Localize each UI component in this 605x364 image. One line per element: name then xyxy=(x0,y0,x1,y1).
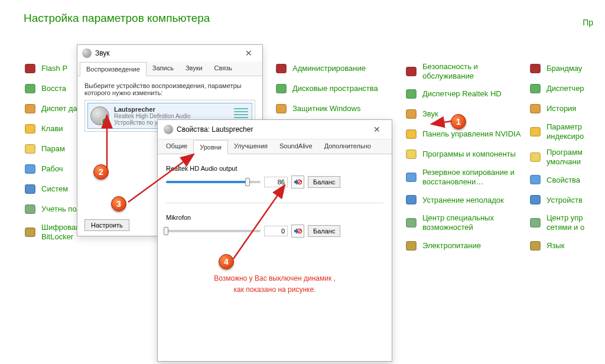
svg-rect-3 xyxy=(25,125,35,134)
svg-rect-14 xyxy=(406,110,417,119)
props-tab-3[interactable]: SoundAlive xyxy=(274,139,318,154)
cp-item-label: История xyxy=(547,104,576,113)
cp-item-icon xyxy=(529,102,542,115)
cp-item-электропитание[interactable]: Электропитание xyxy=(405,239,529,252)
cp-item-администрирование[interactable]: Администрирование xyxy=(275,62,405,75)
props-tab-1[interactable]: Уровни xyxy=(193,140,228,154)
sound-tab-2[interactable]: Звуки xyxy=(180,61,209,76)
annotation-badge-4: 4 xyxy=(219,254,234,269)
device-name: Lautsprecher xyxy=(114,106,191,113)
svg-rect-29 xyxy=(531,241,541,250)
svg-rect-11 xyxy=(277,105,287,113)
cp-item-безопасность-и-обслу[interactable]: Безопасность и обслуживание xyxy=(405,62,529,80)
cp-item-история[interactable]: История xyxy=(529,102,600,115)
cp-item-центр-упр-сетями-и-о[interactable]: Центр упр сетями и о xyxy=(529,213,600,232)
cp-item-icon xyxy=(529,82,542,95)
cp-item-свойства[interactable]: Свойства xyxy=(529,173,600,186)
cp-item-icon xyxy=(529,151,542,164)
cp-item-параметр-индексиро[interactable]: Параметр индексиро xyxy=(529,122,600,141)
cp-item-резервное-копировани[interactable]: Резервное копирование и восстановлени… xyxy=(405,168,529,186)
cp-item-icon xyxy=(275,102,288,115)
cp-item-icon xyxy=(24,122,37,135)
cp-item-диспетчер[interactable]: Диспетчер xyxy=(529,82,600,95)
output-balance-button[interactable]: Баланс xyxy=(308,176,340,188)
cp-item-icon xyxy=(405,216,418,229)
cp-item-label: Администрирование xyxy=(292,64,366,73)
mic-balance-button[interactable]: Баланс xyxy=(308,225,340,237)
check-icon: ✓ xyxy=(102,118,110,126)
sound-dialog-titlebar[interactable]: Звук ✕ xyxy=(77,45,262,61)
cp-item-icon xyxy=(275,82,288,95)
svg-rect-24 xyxy=(531,127,541,136)
header-right-text[interactable]: Пр xyxy=(583,18,593,27)
cp-item-label: Парам xyxy=(41,144,65,154)
cp-item-icon xyxy=(24,162,37,176)
annotation-badge-1: 1 xyxy=(451,114,466,129)
cp-item-icon xyxy=(24,142,37,155)
cp-item-icon xyxy=(24,203,37,216)
speaker-muted-icon xyxy=(293,177,302,187)
props-tab-4[interactable]: Дополнительно xyxy=(318,139,377,154)
cp-item-язык[interactable]: Язык xyxy=(529,239,600,252)
mic-slider[interactable] xyxy=(166,230,261,232)
cp-item-icon xyxy=(24,62,37,75)
cp-item-программ-умолчани[interactable]: Программ умолчани xyxy=(529,148,600,166)
cp-item-защитник-windows[interactable]: Защитник Windows xyxy=(275,102,405,115)
svg-rect-4 xyxy=(25,145,35,154)
mic-value[interactable]: 0 xyxy=(264,226,288,236)
cp-item-устранение-неполадок[interactable]: Устранение неполадок xyxy=(405,193,529,206)
props-tab-0[interactable]: Общие xyxy=(160,139,193,154)
cp-item-центр-специальных-во[interactable]: Центр специальных возможностей xyxy=(405,213,529,232)
cp-item-label: Восста xyxy=(41,84,66,93)
cp-item-icon xyxy=(275,62,288,75)
configure-button[interactable]: Настроить xyxy=(84,219,129,231)
svg-rect-7 xyxy=(25,205,35,214)
cp-item-label: Flash P xyxy=(41,64,67,73)
device-speaker-icon: ✓ xyxy=(90,106,109,125)
sound-tabs: ВоспроизведениеЗаписьЗвукиСвязь xyxy=(77,61,262,76)
cp-item-icon xyxy=(405,65,418,78)
svg-rect-0 xyxy=(25,64,35,73)
cp-item-дисковые-пространств[interactable]: Дисковые пространства xyxy=(275,82,405,95)
svg-rect-5 xyxy=(25,165,35,174)
cp-item-label: Резервное копирование и восстановлени… xyxy=(422,168,529,186)
cp-item-звук[interactable]: Звук xyxy=(405,108,529,121)
properties-tabs: ОбщиеУровниУлучшенияSoundAliveДополнител… xyxy=(158,139,392,154)
speaker-icon xyxy=(82,48,92,58)
close-icon[interactable]: ✕ xyxy=(368,125,386,134)
mic-label: Mikrofon xyxy=(166,214,383,221)
svg-rect-21 xyxy=(531,64,541,73)
svg-rect-13 xyxy=(406,90,417,99)
cp-item-label: Программ умолчани xyxy=(547,148,600,166)
mic-mute-button[interactable] xyxy=(291,225,304,238)
svg-rect-2 xyxy=(25,105,35,113)
output-value[interactable]: 86 xyxy=(264,177,288,187)
cp-item-icon xyxy=(405,171,418,184)
cp-item-icon xyxy=(405,193,418,206)
cp-item-панель-управления-nv[interactable]: Панель управления NVIDIA xyxy=(405,128,529,141)
cp-item-label: Электропитание xyxy=(422,241,481,251)
sound-tab-0[interactable]: Воспроизведение xyxy=(80,62,147,76)
sound-tab-3[interactable]: Связь xyxy=(209,61,238,76)
close-icon[interactable]: ✕ xyxy=(240,48,258,58)
output-mute-button[interactable] xyxy=(291,176,304,188)
properties-title: Свойства: Lautsprecher xyxy=(177,125,253,134)
properties-titlebar[interactable]: Свойства: Lautsprecher ✕ xyxy=(158,120,392,139)
svg-rect-22 xyxy=(531,84,541,93)
output-label: Realtek HD Audio output xyxy=(166,165,383,172)
cp-item-диспетчер-realtek-hd[interactable]: Диспетчер Realtek HD xyxy=(405,87,529,100)
props-tab-2[interactable]: Улучшения xyxy=(228,139,274,154)
sound-tab-1[interactable]: Запись xyxy=(147,61,180,76)
svg-rect-26 xyxy=(531,176,541,184)
svg-line-33 xyxy=(298,230,301,233)
cp-item-label: Центр упр сетями и о xyxy=(547,213,600,232)
output-slider[interactable] xyxy=(166,181,261,183)
annotation-badge-3: 3 xyxy=(111,196,126,212)
cp-item-устройств[interactable]: Устройств xyxy=(529,193,600,206)
cp-item-брандмау[interactable]: Брандмау xyxy=(529,62,600,75)
cp-item-icon xyxy=(24,82,37,95)
properties-dialog: Свойства: Lautsprecher ✕ ОбщиеУровниУлуч… xyxy=(157,119,392,362)
svg-rect-16 xyxy=(406,150,417,159)
svg-rect-9 xyxy=(277,64,287,73)
cp-item-программы-и-компонен[interactable]: Программы и компоненты xyxy=(405,148,529,161)
